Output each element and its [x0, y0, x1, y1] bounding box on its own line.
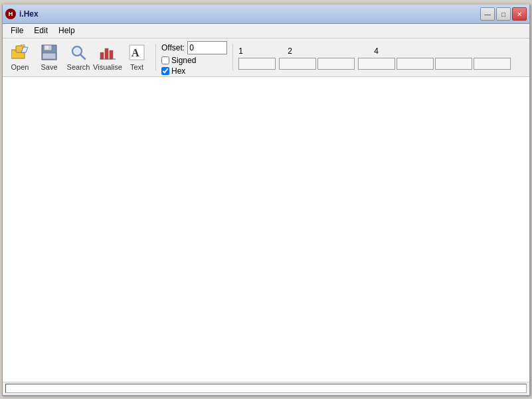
- visualise-button[interactable]: Visualise: [94, 40, 121, 74]
- app-icon: H: [5, 9, 16, 19]
- svg-line-9: [80, 54, 85, 59]
- open-label: Open: [11, 63, 29, 71]
- svg-point-10: [74, 48, 80, 54]
- svg-rect-13: [110, 50, 113, 59]
- toolbar: Open Save Searc: [3, 39, 529, 77]
- signed-checkbox-label[interactable]: Signed: [161, 56, 227, 65]
- hex-checkbox-label[interactable]: Hex: [161, 66, 227, 76]
- title-bar: H i.Hex — □ ✕: [3, 5, 529, 24]
- offset-input[interactable]: [187, 41, 227, 54]
- byte-cell-4d: [474, 58, 511, 70]
- byte-cell-4c: [435, 58, 472, 70]
- svg-rect-7: [43, 53, 56, 59]
- text-icon: A: [129, 44, 145, 60]
- offset-group: Offset:: [161, 41, 227, 54]
- col2-label: 2: [288, 46, 296, 56]
- byte-cell-4a: [358, 58, 395, 70]
- byte-cell-2a: [279, 58, 316, 70]
- search-icon-area: [69, 43, 88, 62]
- col4-label: 4: [374, 46, 382, 56]
- maximize-button[interactable]: □: [496, 7, 511, 21]
- checkbox-group: Signed Hex: [161, 56, 227, 76]
- save-button[interactable]: Save: [36, 40, 62, 74]
- open-icon: [11, 44, 29, 60]
- menu-bar: File Edit Help: [3, 24, 529, 39]
- minimize-button[interactable]: —: [480, 7, 495, 21]
- byte-cell-4b: [397, 58, 434, 70]
- menu-edit[interactable]: Edit: [29, 24, 53, 37]
- search-label: Search: [67, 63, 90, 71]
- byte-cell-1: [238, 58, 276, 70]
- offset-label: Offset:: [161, 43, 185, 52]
- toolbar-separator-1: [155, 44, 156, 70]
- svg-rect-6: [45, 46, 48, 49]
- numbers-top-row: 1 2 4: [238, 46, 511, 56]
- hex-checkbox[interactable]: [161, 67, 169, 75]
- visualise-icon-area: [98, 43, 117, 62]
- text-button[interactable]: A Text: [124, 40, 150, 74]
- search-icon: [70, 44, 86, 60]
- svg-rect-11: [100, 52, 104, 59]
- main-window: H i.Hex — □ ✕ File Edit Help: [2, 4, 530, 396]
- numbers-area: 1 2 4: [238, 45, 525, 70]
- text-icon-area: A: [128, 43, 146, 62]
- save-icon-area: [40, 43, 58, 62]
- signed-label: Signed: [171, 56, 196, 65]
- toolbar-separator-2: [232, 44, 233, 70]
- menu-help[interactable]: Help: [53, 24, 80, 37]
- svg-text:A: A: [132, 47, 139, 58]
- svg-rect-12: [105, 48, 108, 59]
- hex-label: Hex: [171, 66, 185, 76]
- col1-label: 1: [238, 46, 246, 56]
- title-bar-buttons: — □ ✕: [480, 7, 527, 21]
- open-icon-area: [11, 43, 29, 62]
- close-button[interactable]: ✕: [512, 7, 527, 21]
- save-icon: [41, 44, 57, 60]
- open-button[interactable]: Open: [7, 40, 33, 74]
- window-title: i.Hex: [19, 9, 39, 19]
- numbers-inner: 1 2 4: [238, 46, 511, 70]
- numbers-cells-row: [238, 58, 511, 70]
- title-bar-left: H i.Hex: [5, 9, 39, 19]
- status-bar: [3, 382, 529, 395]
- save-label: Save: [41, 63, 57, 71]
- text-label: Text: [130, 63, 143, 71]
- search-button[interactable]: Search: [65, 40, 92, 74]
- visualise-icon: [100, 44, 116, 60]
- byte-cell-2b: [317, 58, 355, 70]
- offset-section: Offset: Signed Hex: [161, 40, 227, 74]
- status-panel: [5, 384, 527, 393]
- visualise-label: Visualise: [93, 63, 122, 71]
- menu-file[interactable]: File: [5, 24, 29, 37]
- signed-checkbox[interactable]: [161, 56, 169, 64]
- main-content: [3, 77, 529, 382]
